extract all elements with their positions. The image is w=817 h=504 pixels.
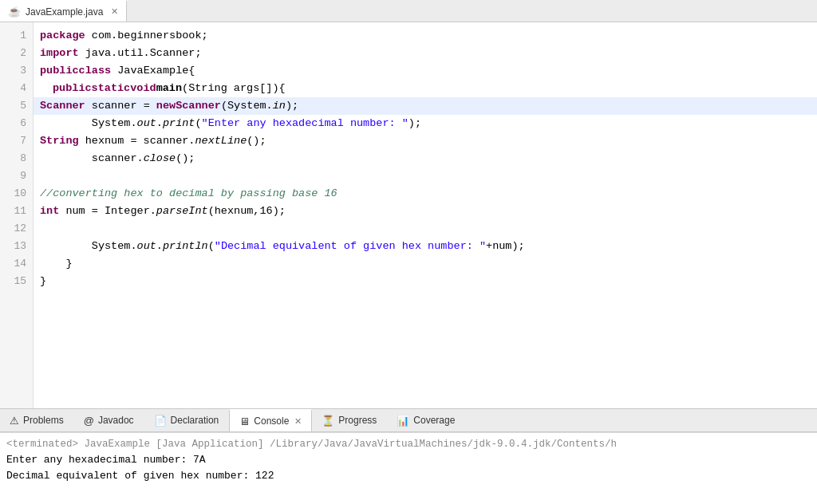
editor-tab-label: JavaExample.java [26, 6, 103, 18]
code-line: int num = Integer.parseInt(hexnum,16); [34, 203, 817, 220]
line-number: 5 [8, 97, 26, 115]
javadoc-tab-label: Javadoc [98, 415, 134, 426]
code-line [34, 167, 817, 185]
code-line [34, 220, 817, 238]
coverage-tab-icon: 📊 [397, 415, 409, 427]
line-number: 2 [8, 45, 26, 62]
code-line: public class JavaExample{ [34, 62, 817, 80]
line-number: 1 [8, 27, 26, 45]
progress-tab-icon: ⏳ [322, 415, 334, 427]
line-number: 11 [8, 203, 26, 220]
line-number: 9 [8, 167, 26, 185]
coverage-tab-label: Coverage [413, 415, 455, 426]
console-tab-label: Console [254, 415, 289, 427]
line-number: 8 [8, 150, 26, 167]
bottom-tab-declaration[interactable]: 📄Declaration [144, 409, 230, 431]
bottom-tab-javadoc[interactable]: @Javadoc [74, 409, 144, 431]
code-lines: package com.beginnersbook;import java.ut… [34, 22, 817, 408]
line-numbers: 123456789101112131415 [0, 22, 34, 408]
bottom-tab-problems[interactable]: ⚠Problems [0, 409, 74, 431]
problems-tab-label: Problems [23, 415, 64, 426]
line-number: 13 [8, 238, 26, 255]
line-number: 3 [8, 62, 26, 80]
console-output-line2: Decimal equivalent of given hex number: … [6, 468, 811, 484]
line-number: 7 [8, 132, 26, 150]
console-output-line1: Enter any hexadecimal number: 7A [6, 452, 811, 468]
editor-tab-close-icon[interactable]: ✕ [111, 6, 118, 17]
line-number: 12 [8, 220, 26, 238]
editor-tab[interactable]: ☕ JavaExample.java ✕ [0, 0, 127, 22]
bottom-tab-console[interactable]: 🖥Console✕ [229, 409, 312, 431]
code-line: scanner.close(); [34, 150, 817, 167]
console-tab-close-icon[interactable]: ✕ [294, 416, 302, 427]
code-line: System.out.println("Decimal equivalent o… [34, 238, 817, 255]
code-line: //converting hex to decimal by passing b… [34, 185, 817, 203]
bottom-tab-bar: ⚠Problems@Javadoc📄Declaration🖥Console✕⏳P… [0, 408, 817, 432]
problems-tab-icon: ⚠ [10, 415, 19, 427]
code-line: } [34, 255, 817, 273]
progress-tab-label: Progress [338, 415, 377, 426]
bottom-tab-coverage[interactable]: 📊Coverage [387, 409, 465, 431]
console-tab-icon: 🖥 [239, 415, 250, 427]
line-number: 15 [8, 273, 26, 290]
code-line: Scanner scanner = new Scanner(System.in)… [34, 97, 817, 115]
code-line: import java.util.Scanner; [34, 45, 817, 62]
javadoc-tab-icon: @ [84, 415, 94, 427]
java-file-icon: ☕ [8, 6, 21, 18]
declaration-tab-label: Declaration [171, 415, 219, 426]
line-number: 10 [8, 185, 26, 203]
code-editor: 123456789101112131415 package com.beginn… [0, 22, 817, 408]
bottom-tab-progress[interactable]: ⏳Progress [312, 409, 387, 431]
declaration-tab-icon: 📄 [154, 415, 167, 427]
line-number: 6 [8, 115, 26, 132]
console-output: <terminated> JavaExample [Java Applicati… [0, 432, 817, 504]
line-number: 4 [8, 80, 26, 97]
code-line: } [34, 273, 817, 290]
code-line: String hexnum = scanner.nextLine(); [34, 132, 817, 150]
console-terminated-line: <terminated> JavaExample [Java Applicati… [6, 436, 811, 452]
code-line: System.out.print("Enter any hexadecimal … [34, 115, 817, 132]
editor-tab-bar: ☕ JavaExample.java ✕ [0, 0, 817, 22]
code-line: ⊖ public static void main(String args[])… [34, 80, 817, 97]
line-number: 14 [8, 255, 26, 273]
code-container: 123456789101112131415 package com.beginn… [0, 22, 817, 408]
code-line: package com.beginnersbook; [34, 27, 817, 45]
